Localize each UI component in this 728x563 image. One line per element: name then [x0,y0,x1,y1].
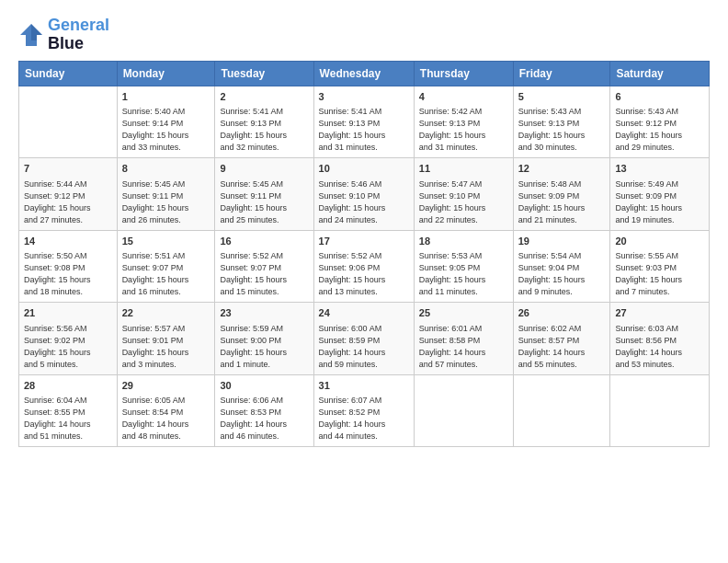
cell-info: Sunrise: 5:51 AM Sunset: 9:07 PM Dayligh… [122,250,210,298]
week-row-4: 28Sunrise: 6:04 AM Sunset: 8:55 PM Dayli… [19,374,710,447]
cell-info: Sunrise: 5:43 AM Sunset: 9:13 PM Dayligh… [518,106,606,154]
cell-info: Sunrise: 6:00 AM Sunset: 8:59 PM Dayligh… [319,323,409,371]
calendar-cell: 20Sunrise: 5:55 AM Sunset: 9:03 PM Dayli… [610,230,710,303]
calendar-cell: 6Sunrise: 5:43 AM Sunset: 9:12 PM Daylig… [610,86,710,158]
day-number: 4 [419,90,508,104]
calendar-cell: 15Sunrise: 5:51 AM Sunset: 9:07 PM Dayli… [117,230,215,303]
cell-info: Sunrise: 6:04 AM Sunset: 8:55 PM Dayligh… [24,395,112,442]
cell-info: Sunrise: 5:45 AM Sunset: 9:11 PM Dayligh… [220,178,308,226]
calendar-cell: 10Sunrise: 5:46 AM Sunset: 9:10 PM Dayli… [313,158,414,231]
day-number: 11 [419,162,508,176]
calendar-cell [19,86,118,158]
header-day-tuesday: Tuesday [215,61,313,86]
calendar-cell: 14Sunrise: 5:50 AM Sunset: 9:08 PM Dayli… [19,230,118,303]
day-number: 19 [518,235,606,248]
cell-info: Sunrise: 6:07 AM Sunset: 8:52 PM Dayligh… [319,395,409,442]
cell-info: Sunrise: 6:03 AM Sunset: 8:56 PM Dayligh… [615,323,704,371]
cell-info: Sunrise: 5:43 AM Sunset: 9:12 PM Dayligh… [615,106,704,154]
calendar-cell: 13Sunrise: 5:49 AM Sunset: 9:09 PM Dayli… [610,158,710,231]
week-row-2: 14Sunrise: 5:50 AM Sunset: 9:08 PM Dayli… [19,230,710,303]
header-day-friday: Friday [513,61,610,86]
calendar-cell: 12Sunrise: 5:48 AM Sunset: 9:09 PM Dayli… [513,158,610,231]
cell-info: Sunrise: 6:02 AM Sunset: 8:57 PM Dayligh… [518,323,606,371]
day-number: 22 [122,306,210,320]
day-number: 15 [122,235,210,248]
cell-info: Sunrise: 5:45 AM Sunset: 9:11 PM Dayligh… [122,178,210,226]
day-number: 21 [24,306,112,320]
day-number: 29 [122,379,210,393]
cell-info: Sunrise: 5:52 AM Sunset: 9:06 PM Dayligh… [319,250,409,298]
day-number: 1 [122,90,210,104]
header-day-sunday: Sunday [19,61,118,86]
cell-info: Sunrise: 5:50 AM Sunset: 9:08 PM Dayligh… [24,250,112,298]
calendar-cell: 1Sunrise: 5:40 AM Sunset: 9:14 PM Daylig… [117,86,215,158]
cell-info: Sunrise: 5:56 AM Sunset: 9:02 PM Dayligh… [24,323,112,371]
logo-text: GeneralBlue [48,17,109,53]
header-day-monday: Monday [117,61,215,86]
cell-info: Sunrise: 5:54 AM Sunset: 9:04 PM Dayligh… [518,250,606,298]
calendar-cell: 5Sunrise: 5:43 AM Sunset: 9:13 PM Daylig… [513,86,610,158]
cell-info: Sunrise: 6:01 AM Sunset: 8:58 PM Dayligh… [419,323,508,371]
day-number: 24 [319,306,409,320]
header-day-saturday: Saturday [610,61,710,86]
calendar-cell: 26Sunrise: 6:02 AM Sunset: 8:57 PM Dayli… [513,303,610,375]
calendar-cell [610,374,710,447]
cell-info: Sunrise: 5:55 AM Sunset: 9:03 PM Dayligh… [615,250,704,298]
calendar-cell: 4Sunrise: 5:42 AM Sunset: 9:13 PM Daylig… [414,86,513,158]
calendar-table: SundayMondayTuesdayWednesdayThursdayFrid… [18,61,710,448]
cell-info: Sunrise: 6:06 AM Sunset: 8:53 PM Dayligh… [220,395,308,442]
cell-info: Sunrise: 5:41 AM Sunset: 9:13 PM Dayligh… [319,106,409,154]
calendar-cell: 8Sunrise: 5:45 AM Sunset: 9:11 PM Daylig… [117,158,215,231]
calendar-cell [513,374,610,447]
logo: GeneralBlue [18,17,109,53]
cell-info: Sunrise: 5:40 AM Sunset: 9:14 PM Dayligh… [122,106,210,154]
cell-info: Sunrise: 5:42 AM Sunset: 9:13 PM Dayligh… [419,106,508,154]
day-number: 2 [220,90,308,104]
day-number: 6 [615,90,704,104]
calendar-cell: 28Sunrise: 6:04 AM Sunset: 8:55 PM Dayli… [19,374,118,447]
day-number: 10 [319,162,409,176]
calendar-cell [414,374,513,447]
day-number: 13 [615,162,704,176]
logo-icon [18,22,44,48]
calendar-cell: 30Sunrise: 6:06 AM Sunset: 8:53 PM Dayli… [215,374,313,447]
calendar-cell: 2Sunrise: 5:41 AM Sunset: 9:13 PM Daylig… [215,86,313,158]
calendar-cell: 18Sunrise: 5:53 AM Sunset: 9:05 PM Dayli… [414,230,513,303]
day-number: 30 [220,379,308,393]
header: GeneralBlue [18,17,710,53]
day-number: 20 [615,235,704,248]
day-number: 27 [615,306,704,320]
header-day-thursday: Thursday [414,61,513,86]
day-number: 26 [518,306,606,320]
week-row-0: 1Sunrise: 5:40 AM Sunset: 9:14 PM Daylig… [19,86,710,158]
cell-info: Sunrise: 5:48 AM Sunset: 9:09 PM Dayligh… [518,178,606,226]
day-number: 5 [518,90,606,104]
day-number: 23 [220,306,308,320]
day-number: 7 [24,162,112,176]
day-number: 16 [220,235,308,248]
cell-info: Sunrise: 5:53 AM Sunset: 9:05 PM Dayligh… [419,250,508,298]
day-number: 28 [24,379,112,393]
header-row: SundayMondayTuesdayWednesdayThursdayFrid… [19,61,710,86]
page-container: GeneralBlue SundayMondayTuesdayWednesday… [0,0,728,456]
day-number: 9 [220,162,308,176]
week-row-3: 21Sunrise: 5:56 AM Sunset: 9:02 PM Dayli… [19,303,710,375]
day-number: 12 [518,162,606,176]
cell-info: Sunrise: 5:46 AM Sunset: 9:10 PM Dayligh… [319,178,409,226]
calendar-cell: 7Sunrise: 5:44 AM Sunset: 9:12 PM Daylig… [19,158,118,231]
cell-info: Sunrise: 5:52 AM Sunset: 9:07 PM Dayligh… [220,250,308,298]
calendar-cell: 23Sunrise: 5:59 AM Sunset: 9:00 PM Dayli… [215,303,313,375]
calendar-cell: 31Sunrise: 6:07 AM Sunset: 8:52 PM Dayli… [313,374,414,447]
calendar-cell: 25Sunrise: 6:01 AM Sunset: 8:58 PM Dayli… [414,303,513,375]
day-number: 18 [419,235,508,248]
calendar-cell: 22Sunrise: 5:57 AM Sunset: 9:01 PM Dayli… [117,303,215,375]
day-number: 25 [419,306,508,320]
calendar-cell: 3Sunrise: 5:41 AM Sunset: 9:13 PM Daylig… [313,86,414,158]
day-number: 3 [319,90,409,104]
calendar-cell: 11Sunrise: 5:47 AM Sunset: 9:10 PM Dayli… [414,158,513,231]
cell-info: Sunrise: 6:05 AM Sunset: 8:54 PM Dayligh… [122,395,210,442]
cell-info: Sunrise: 5:57 AM Sunset: 9:01 PM Dayligh… [122,323,210,371]
day-number: 17 [319,235,409,248]
day-number: 31 [319,379,409,393]
calendar-cell: 16Sunrise: 5:52 AM Sunset: 9:07 PM Dayli… [215,230,313,303]
